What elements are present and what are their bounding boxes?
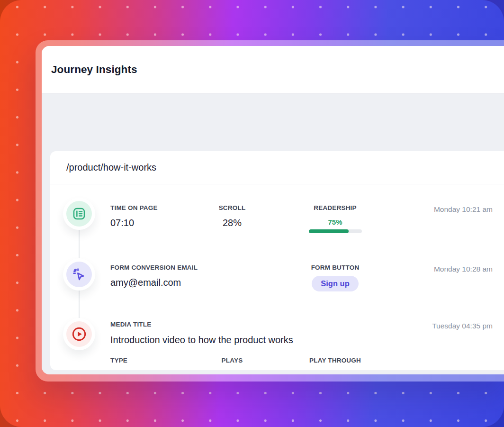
event-row-form-conversion: FORM CONVERSION EMAIL amy@email.com FORM…	[50, 251, 504, 321]
event-timestamp: Tuesday 04:35 pm	[365, 321, 504, 330]
stat-plays: PLAYS 1	[211, 357, 253, 370]
stat-form-button: FORM BUTTON Sign up	[306, 264, 365, 291]
stat-label: FORM BUTTON	[306, 264, 365, 271]
page-url: /product/how-it-works	[66, 162, 156, 173]
event-row-page-view: TIME ON PAGE 07:10 SCROLL 28% READERSHIP…	[50, 184, 504, 251]
stat-label: TIME ON PAGE	[110, 204, 211, 211]
stat-label: MEDIA TITLE	[110, 321, 365, 328]
stat-readership: READERSHIP 75%	[306, 204, 365, 233]
stat-value: Introduction video to how the product wo…	[110, 335, 365, 345]
event-timestamp: Monday 10:28 am	[365, 264, 504, 273]
page-title: Journey Insights	[51, 64, 137, 76]
event-timeline: TIME ON PAGE 07:10 SCROLL 28% READERSHIP…	[50, 184, 504, 370]
journey-insights-card: Journey Insights /product/how-it-works	[42, 46, 504, 374]
event-icon-media-play	[63, 318, 95, 350]
media-stats-row: TYPE Video PLAYS 1 PLAY THROUGH 95%	[50, 357, 504, 370]
stat-value: amy@email.com	[110, 277, 306, 288]
stat-form-email: FORM CONVERSION EMAIL amy@email.com	[110, 264, 306, 288]
stat-media-title: MEDIA TITLE Introduction video to how th…	[110, 321, 365, 345]
sign-up-button[interactable]: Sign up	[312, 276, 359, 291]
event-icon-page-view	[63, 198, 95, 230]
event-timestamp: Monday 10:21 am	[365, 204, 504, 214]
stat-label: READERSHIP	[306, 204, 365, 211]
stat-value: 07:10	[110, 218, 211, 228]
card-header: Journey Insights	[42, 46, 504, 94]
stat-scroll: SCROLL 28%	[211, 204, 253, 228]
cursor-click-icon	[66, 262, 92, 287]
insights-panel: /product/how-it-works	[50, 151, 504, 370]
stat-time-on-page: TIME ON PAGE 07:10	[110, 204, 211, 228]
event-row-media: MEDIA TITLE Introduction video to how th…	[50, 321, 504, 370]
play-icon	[66, 321, 92, 347]
event-icon-form-click	[63, 258, 95, 291]
stat-label: TYPE	[110, 357, 211, 364]
readership-percent: 75%	[306, 218, 365, 226]
stat-value: 28%	[211, 218, 253, 228]
page-url-row: /product/how-it-works	[50, 151, 504, 184]
stat-label: FORM CONVERSION EMAIL	[110, 264, 306, 271]
stat-media-type: TYPE Video	[110, 357, 211, 370]
readership-progress-bar	[309, 229, 362, 233]
stat-label: SCROLL	[211, 204, 253, 211]
stat-play-through: PLAY THROUGH 95%	[306, 357, 365, 370]
readership-progress-fill	[309, 229, 349, 233]
stat-label: PLAYS	[211, 357, 253, 364]
article-icon	[66, 201, 92, 227]
stat-label: PLAY THROUGH	[306, 357, 365, 364]
